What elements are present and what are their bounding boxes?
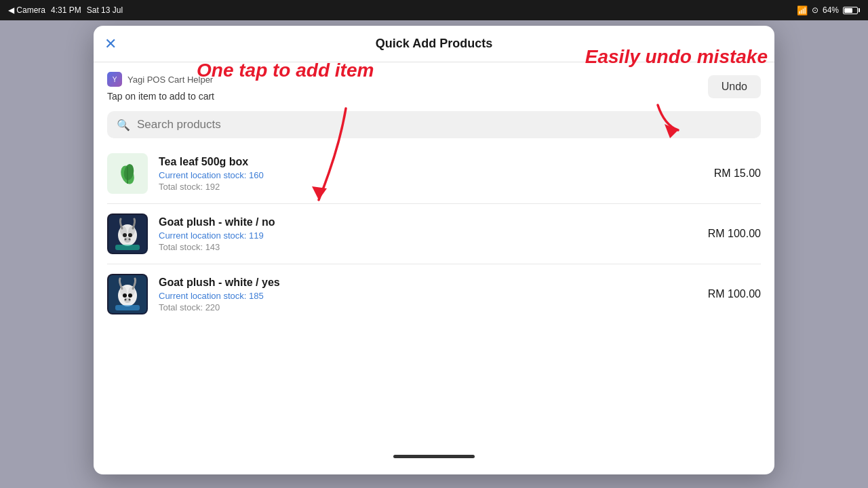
product-info-goat-yes: Goat plush - white / yes Current locatio…	[159, 277, 708, 312]
product-price-goat-no: RM 100.00	[708, 228, 761, 240]
product-stock-total-goat-yes: Total stock: 220	[159, 302, 708, 312]
svg-point-8	[128, 233, 132, 237]
location-icon: ⊙	[812, 5, 818, 15]
search-input[interactable]	[137, 118, 751, 131]
modal-title: Quick Add Products	[376, 37, 492, 51]
product-info-goat-no: Goat plush - white / no Current location…	[159, 216, 708, 252]
product-item-goat-yes[interactable]: Goat plush - white / yes Current locatio…	[107, 264, 761, 324]
home-indicator	[393, 455, 475, 458]
app-label: Y Yagi POS Cart Helper	[107, 72, 214, 87]
product-name-goat-yes: Goat plush - white / yes	[159, 277, 708, 289]
svg-point-20	[125, 299, 127, 301]
goat-image-no	[107, 214, 148, 254]
modal-header: ✕ Quick Add Products	[94, 26, 774, 62]
product-item-tea[interactable]: Tea leaf 500g box Current location stock…	[107, 144, 761, 204]
goat-image-yes	[107, 274, 148, 314]
svg-rect-22	[115, 305, 140, 310]
product-stock-current-goat-no: Current location stock: 119	[159, 230, 708, 241]
battery-icon	[843, 7, 860, 14]
svg-point-18	[128, 293, 132, 298]
status-right: 📶 ⊙ 64%	[797, 5, 860, 16]
svg-point-7	[123, 233, 127, 237]
svg-point-11	[129, 239, 131, 241]
status-bar: ◀ Camera 4:31 PM Sat 13 Jul 📶 ⊙ 64%	[0, 0, 868, 20]
product-list: Tea leaf 500g box Current location stock…	[94, 144, 774, 324]
product-stock-total-tea: Total stock: 192	[159, 182, 714, 192]
battery-percent: 64%	[823, 5, 839, 15]
back-camera-label: ◀ Camera	[8, 5, 45, 15]
product-stock-current-goat-yes: Current location stock: 185	[159, 291, 708, 301]
search-icon: 🔍	[117, 119, 130, 131]
product-name-goat-no: Goat plush - white / no	[159, 216, 708, 228]
product-thumb-goat-yes	[107, 274, 148, 314]
tap-hint: Tap on item to add to cart	[107, 91, 214, 102]
undo-button[interactable]: Undo	[708, 75, 761, 98]
status-left: ◀ Camera 4:31 PM Sat 13 Jul	[8, 5, 123, 15]
status-time: 4:31 PM	[51, 5, 81, 15]
modal-card: ✕ Quick Add Products Y Yagi POS Cart Hel…	[94, 26, 774, 474]
product-stock-total-goat-no: Total stock: 143	[159, 242, 708, 252]
product-info-tea: Tea leaf 500g box Current location stock…	[159, 156, 714, 192]
close-button[interactable]: ✕	[104, 37, 117, 52]
product-name-tea: Tea leaf 500g box	[159, 156, 714, 168]
svg-rect-12	[115, 245, 140, 250]
svg-point-21	[129, 299, 131, 301]
product-thumb-goat-no	[107, 214, 148, 254]
svg-point-10	[125, 239, 127, 241]
wifi-icon: 📶	[797, 5, 808, 16]
search-bar[interactable]: 🔍	[107, 111, 761, 138]
subheader: Y Yagi POS Cart Helper Tap on item to ad…	[94, 62, 774, 108]
product-thumb-tea	[107, 153, 148, 194]
app-name: Yagi POS Cart Helper	[127, 75, 213, 85]
product-price-tea: RM 15.00	[714, 167, 761, 180]
product-item-goat-no[interactable]: Goat plush - white / no Current location…	[107, 204, 761, 264]
status-date: Sat 13 Jul	[87, 5, 123, 15]
svg-point-17	[123, 293, 127, 298]
product-stock-current-tea: Current location stock: 160	[159, 170, 714, 180]
app-icon: Y	[107, 72, 122, 87]
product-price-goat-yes: RM 100.00	[708, 288, 761, 300]
